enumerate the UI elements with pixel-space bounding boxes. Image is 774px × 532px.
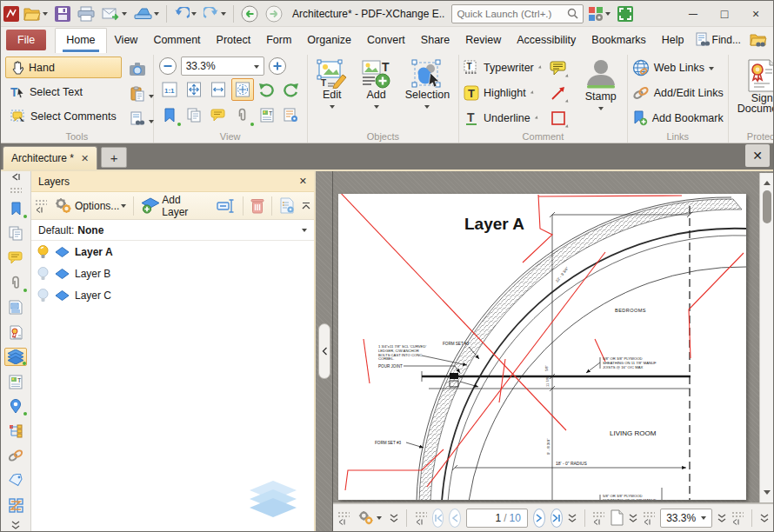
sidebar-item-comments[interactable] [4,249,27,267]
redo-button[interactable] [201,3,229,25]
sidebar-item-structure[interactable] [4,422,27,440]
comments-pane-button[interactable] [207,103,230,126]
document-canvas[interactable]: Layer A BEDROOMS LIVING ROOM 18' - 0" RA… [333,171,773,503]
rename-layer-button[interactable] [214,195,238,217]
layer-row-c[interactable]: Layer C [31,284,314,306]
ribbon-zoom-select[interactable]: 33.3% [181,57,264,76]
menu-tab-bookmarks[interactable]: Bookmarks [584,28,654,52]
toolbar-grip[interactable] [35,199,47,213]
menu-tab-organize[interactable]: Organize [299,28,359,52]
sidebar-item-attachments[interactable] [4,273,27,291]
collapse-toolbar-icon[interactable] [302,202,310,209]
zoom-grip[interactable] [643,511,655,525]
close-panel-icon[interactable]: ✕ [299,176,307,187]
minimize-button[interactable]: ─ [678,3,708,24]
scan-button[interactable] [131,3,162,25]
select-text-button[interactable]: T Select Text [5,81,122,103]
find-button[interactable]: Find... [692,29,744,51]
document-tab[interactable]: Architecture * ✕ [3,146,97,170]
layer-row-b[interactable]: Layer B [31,263,314,284]
sidebar-item-order[interactable] [4,496,27,515]
add-objects-button[interactable]: T Add [357,57,397,111]
attachments-pane-button[interactable] [231,103,254,126]
underline-button[interactable]: T Underline [464,107,543,130]
sticky-note-button[interactable] [547,57,570,79]
menu-tab-protect[interactable]: Protect [209,28,259,52]
end-grip[interactable] [731,511,744,525]
add-bookmark-button[interactable]: Add Bookmark [632,107,724,130]
delete-layer-button[interactable] [248,195,267,217]
layer-options-button[interactable]: Options... [51,195,129,217]
menu-tab-share[interactable]: Share [413,28,457,52]
expand-more-icon[interactable] [390,514,398,522]
undo-button[interactable] [171,3,199,25]
collapse-panes-icon[interactable] [10,173,21,181]
menu-tab-convert[interactable]: Convert [359,28,413,52]
fullscreen-button[interactable] [615,3,636,25]
back-button[interactable] [238,3,261,25]
zoom-in-button[interactable] [268,57,287,76]
sidebar-item-links[interactable] [4,447,27,465]
sidebar-item-layers[interactable] [4,348,27,367]
menu-tab-comment[interactable]: Comment [145,28,208,52]
scroll-up-icon[interactable] [764,177,771,185]
expand-more-icon[interactable] [629,514,637,522]
snapshot-button[interactable] [126,57,149,80]
arrow-tool-button[interactable] [547,82,570,104]
paste-button[interactable] [126,83,149,105]
menu-tab-home[interactable]: Home [55,28,106,53]
visibility-bulb-off-icon[interactable] [37,266,50,282]
close-button[interactable]: × [741,3,771,24]
typewriter-button[interactable]: T Typewriter [464,57,543,79]
open-button[interactable] [21,3,50,25]
fit-width-button[interactable] [207,78,230,101]
add-edit-links-button[interactable]: Add/Edit Links [632,82,724,104]
highlight-button[interactable]: T Highlight [464,82,543,104]
page-layout-icon[interactable] [610,509,624,526]
hand-tool-button[interactable]: Hand [5,57,122,78]
sidebar-item-signatures[interactable] [4,323,27,341]
vertical-scrollbar[interactable] [759,173,773,502]
ui-options-button[interactable] [585,3,613,25]
status-grip[interactable] [337,511,350,525]
status-zoom-select[interactable]: 33.3% [660,509,712,528]
content-pane-button[interactable]: T [256,103,278,126]
sidebar-item-fields[interactable] [4,298,27,316]
email-button[interactable] [99,3,130,25]
add-layer-button[interactable]: Add Layer [138,195,210,217]
visibility-bulb-off-icon[interactable] [37,288,50,303]
scroll-down-icon[interactable] [764,490,771,498]
layer-row-a[interactable]: Layer A [31,241,314,263]
zoom-out-button[interactable] [158,57,177,76]
search-documents-button[interactable] [747,29,770,51]
first-page-button[interactable] [432,509,444,528]
sidebar-item-bookmarks[interactable] [4,199,27,217]
previous-page-button[interactable] [449,509,461,528]
print-button[interactable] [75,3,97,25]
rectangle-tool-button[interactable] [547,107,570,130]
layer-properties-button[interactable] [277,195,297,217]
sidebar-item-thumbnails[interactable] [4,224,27,243]
bookmarks-pane-button[interactable] [158,103,181,126]
new-tab-button[interactable]: + [101,147,127,168]
last-page-button[interactable] [550,509,563,528]
pdf-page[interactable]: Layer A BEDROOMS LIVING ROOM 18' - 0" RA… [338,194,746,500]
menu-tab-help[interactable]: Help [654,28,692,52]
status-options-button[interactable] [355,507,384,529]
drag-grip[interactable] [10,187,22,193]
sign-document-button[interactable]: Sign Document [733,57,774,115]
web-links-button[interactable]: Web Links [632,57,724,79]
actual-size-button[interactable]: 1:1 [158,78,181,101]
quick-launch-input[interactable] [457,9,567,19]
selection-button[interactable]: Selection [401,57,454,111]
pane-options-button[interactable] [280,103,303,126]
next-page-button[interactable] [533,509,545,528]
panel-splitter[interactable] [316,171,333,531]
expand-more-icon[interactable] [717,514,726,522]
rotate-cw-button[interactable] [280,78,303,101]
forward-button[interactable] [263,3,285,25]
collapse-panel-handle[interactable] [318,323,330,379]
default-layer-row[interactable]: Default: None [31,220,314,241]
quick-launch-box[interactable] [451,4,584,23]
stamp-button[interactable]: Stamp [579,57,623,113]
